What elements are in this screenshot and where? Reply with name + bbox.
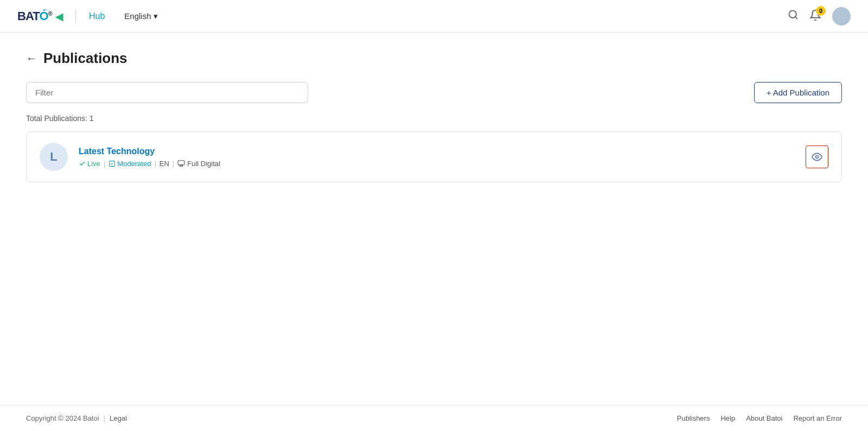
notification-button[interactable]: 0 xyxy=(809,9,821,23)
copyright-text: Copyright © 2024 Batoi xyxy=(26,414,99,422)
legal-link[interactable]: Legal xyxy=(110,414,127,422)
logo-area: BATÓ® ◀ Hub English ▾ xyxy=(17,9,158,23)
svg-point-5 xyxy=(816,156,819,159)
page-header: ← Publications xyxy=(26,50,842,67)
meta-sep-2: | xyxy=(154,160,156,168)
publication-card: L Latest Technology Live | Moderated | E… xyxy=(26,131,842,182)
live-status: Live xyxy=(79,160,100,168)
help-link[interactable]: Help xyxy=(720,414,735,422)
svg-rect-4 xyxy=(180,165,183,166)
publishers-link[interactable]: Publishers xyxy=(677,414,710,422)
publication-lang: EN xyxy=(159,160,169,168)
svg-rect-3 xyxy=(178,161,184,165)
footer-right: Publishers Help About Batoi Report an Er… xyxy=(677,414,842,422)
avatar[interactable] xyxy=(832,7,851,26)
footer-left: Copyright © 2024 Batoi | Legal xyxy=(26,414,127,422)
meta-sep-1: | xyxy=(104,160,105,168)
header-right: 0 xyxy=(788,7,851,26)
page-title: Publications xyxy=(43,50,127,67)
meta-sep-3: | xyxy=(173,160,174,168)
search-button[interactable] xyxy=(788,9,799,23)
nav-hub-link[interactable]: Hub xyxy=(89,11,105,21)
report-error-link[interactable]: Report an Error xyxy=(793,414,842,422)
add-publication-button[interactable]: + Add Publication xyxy=(754,82,842,103)
moderated-status: Moderated xyxy=(108,160,151,168)
chevron-down-icon: ▾ xyxy=(154,11,158,21)
header-divider xyxy=(75,10,76,23)
total-publications-label: Total Publications: 1 xyxy=(26,114,842,123)
toolbar: + Add Publication xyxy=(26,82,842,103)
language-selector[interactable]: English ▾ xyxy=(124,11,157,21)
publication-meta: Live | Moderated | EN | Full Digital xyxy=(79,160,795,168)
svg-line-1 xyxy=(795,17,797,19)
publication-name[interactable]: Latest Technology xyxy=(79,147,795,156)
eye-icon xyxy=(812,151,822,162)
language-label: English xyxy=(124,11,151,21)
publication-format: Full Digital xyxy=(177,160,220,168)
notification-badge: 0 xyxy=(816,6,826,16)
footer-sep: | xyxy=(104,414,105,422)
footer: Copyright © 2024 Batoi | Legal Publisher… xyxy=(0,405,868,431)
main-content: ← Publications + Add Publication Total P… xyxy=(0,33,868,405)
back-button[interactable]: ← xyxy=(26,52,37,65)
about-batoi-link[interactable]: About Batoi xyxy=(746,414,782,422)
header: BATÓ® ◀ Hub English ▾ 0 xyxy=(0,0,868,33)
publication-avatar: L xyxy=(40,143,68,171)
filter-input[interactable] xyxy=(26,82,308,103)
logo: BATÓ® ◀ xyxy=(17,9,62,23)
publication-info: Latest Technology Live | Moderated | EN … xyxy=(79,147,795,168)
view-publication-button[interactable] xyxy=(806,145,828,168)
